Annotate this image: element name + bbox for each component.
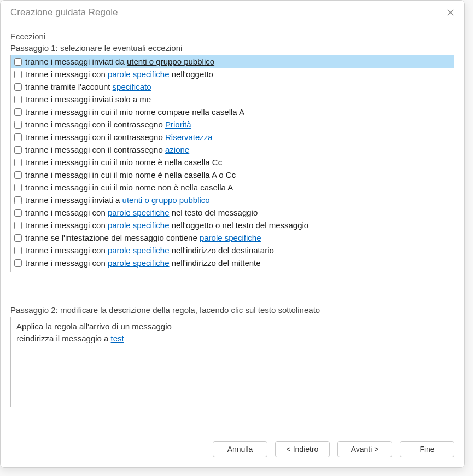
rule-description-link[interactable]: test (111, 334, 124, 343)
step1-label: Passaggio 1: selezionare le eventuali ec… (10, 43, 454, 53)
exception-text: tranne i messaggi in cui il mio nome com… (25, 106, 244, 118)
exceptions-heading: Eccezioni (10, 32, 454, 41)
exception-text: tranne i messaggi con parole specifiche … (25, 207, 258, 218)
exception-text: tranne i messaggi con il contrassegno Ri… (25, 131, 213, 143)
exception-link[interactable]: utenti o gruppo pubblico (127, 57, 214, 66)
exception-link[interactable]: specificato (113, 82, 151, 91)
exception-link[interactable]: parole specifiche (108, 246, 170, 255)
close-icon[interactable] (446, 8, 456, 18)
exception-checkbox[interactable] (14, 159, 22, 166)
exception-text: tranne i messaggi inviati da utenti o gr… (25, 56, 214, 67)
exception-checkbox[interactable] (14, 222, 22, 229)
exception-item[interactable]: tranne i messaggi con parole specifiche … (11, 68, 454, 80)
exception-checkbox[interactable] (14, 133, 22, 141)
exception-text: tranne i messaggi con parole specifiche … (25, 68, 213, 80)
exception-checkbox[interactable] (14, 247, 22, 254)
exception-item[interactable]: tranne tramite l'account specificato (11, 80, 454, 93)
window-title: Creazione guidata Regole (10, 7, 118, 18)
exception-link[interactable]: Priorità (165, 120, 191, 129)
exception-item[interactable]: tranne i messaggi con parole specifiche … (11, 244, 454, 257)
exceptions-listbox[interactable]: tranne i messaggi inviati da utenti o gr… (10, 55, 454, 272)
exception-item[interactable]: tranne i messaggi inviati da utenti o gr… (11, 55, 454, 68)
exception-text: tranne i messaggi in cui il mio nome non… (25, 182, 233, 193)
rule-description-box[interactable]: Applica la regola all'arrivo di un messa… (10, 317, 454, 407)
exception-text: tranne i messaggi con il contrassegno az… (25, 144, 189, 155)
exception-checkbox[interactable] (14, 234, 22, 242)
exception-checkbox[interactable] (14, 209, 22, 217)
cancel-button[interactable]: Annulla (213, 441, 267, 457)
exception-link[interactable]: parole specifiche (200, 233, 261, 242)
exception-checkbox[interactable] (14, 108, 22, 116)
rule-description-line: Applica la regola all'arrivo di un messa… (16, 321, 448, 333)
exception-item[interactable]: tranne i messaggi appartenenti alla cate… (11, 269, 454, 272)
exception-checkbox[interactable] (14, 58, 22, 66)
exception-item[interactable]: tranne i messaggi in cui il mio nome com… (11, 106, 454, 118)
exception-item[interactable]: tranne i messaggi con parole specifiche … (11, 206, 454, 219)
exception-text: tranne i messaggi con il contrassegno Pr… (25, 119, 191, 130)
exception-text: tranne i messaggi inviati a utenti o gru… (25, 194, 210, 206)
exception-text: tranne se l'intestazione del messaggio c… (25, 232, 261, 243)
exception-item[interactable]: tranne i messaggi in cui il mio nome è n… (11, 169, 454, 181)
exception-item[interactable]: tranne i messaggi con parole specifiche … (11, 257, 454, 269)
exception-checkbox[interactable] (14, 146, 22, 154)
exception-text: tranne i messaggi in cui il mio nome è n… (25, 169, 236, 181)
next-button[interactable]: Avanti > (337, 441, 392, 457)
exception-checkbox[interactable] (14, 184, 22, 191)
exception-link[interactable]: azione (165, 145, 189, 154)
exception-text: tranne i messaggi appartenenti alla cate… (25, 270, 227, 272)
exception-checkbox[interactable] (14, 83, 22, 91)
dialog-footer: Annulla < Indietro Avanti > Fine (1, 441, 464, 467)
dialog-content: Eccezioni Passaggio 1: selezionare le ev… (1, 24, 464, 441)
exception-item[interactable]: tranne i messaggi con parole specifiche … (11, 219, 454, 231)
exception-text: tranne i messaggi inviati solo a me (25, 94, 151, 105)
back-button[interactable]: < Indietro (275, 441, 330, 457)
exception-item[interactable]: tranne i messaggi inviati solo a me (11, 93, 454, 106)
exception-item[interactable]: tranne i messaggi con il contrassegno Ri… (11, 131, 454, 143)
finish-button[interactable]: Fine (400, 441, 454, 457)
exception-item[interactable]: tranne i messaggi in cui il mio nome è n… (11, 156, 454, 169)
exception-link[interactable]: Categoria (191, 271, 227, 272)
exception-link[interactable]: Riservatezza (165, 132, 213, 142)
exception-text: tranne tramite l'account specificato (25, 81, 151, 92)
exception-checkbox[interactable] (14, 272, 22, 273)
rules-wizard-dialog: Creazione guidata Regole Eccezioni Passa… (0, 0, 465, 468)
rule-description-line: reindirizza il messaggio a test (16, 333, 448, 345)
exception-checkbox[interactable] (14, 121, 22, 129)
exception-checkbox[interactable] (14, 259, 22, 267)
exception-checkbox[interactable] (14, 96, 22, 103)
exception-item[interactable]: tranne i messaggi con il contrassegno Pr… (11, 118, 454, 131)
exception-text: tranne i messaggi con parole specifiche … (25, 257, 261, 269)
exception-item[interactable]: tranne i messaggi in cui il mio nome non… (11, 181, 454, 194)
exception-link[interactable]: utenti o gruppo pubblico (122, 195, 210, 205)
exception-text: tranne i messaggi con parole specifiche … (25, 245, 274, 256)
exception-link[interactable]: parole specifiche (108, 208, 170, 217)
exception-link[interactable]: parole specifiche (108, 69, 170, 79)
step2-area: Passaggio 2: modificare la descrizione d… (10, 305, 454, 407)
exception-link[interactable]: parole specifiche (108, 220, 170, 230)
footer-separator (10, 417, 454, 417)
exception-checkbox[interactable] (14, 171, 22, 179)
exception-item[interactable]: tranne se l'intestazione del messaggio c… (11, 231, 454, 244)
titlebar: Creazione guidata Regole (1, 1, 464, 24)
step2-label: Passaggio 2: modificare la descrizione d… (10, 305, 454, 315)
exception-item[interactable]: tranne i messaggi con il contrassegno az… (11, 143, 454, 156)
exception-checkbox[interactable] (14, 71, 22, 78)
exception-item[interactable]: tranne i messaggi inviati a utenti o gru… (11, 194, 454, 206)
exception-text: tranne i messaggi con parole specifiche … (25, 219, 308, 231)
exception-checkbox[interactable] (14, 196, 22, 204)
exception-text: tranne i messaggi in cui il mio nome è n… (25, 156, 222, 168)
exception-link[interactable]: parole specifiche (108, 258, 170, 268)
